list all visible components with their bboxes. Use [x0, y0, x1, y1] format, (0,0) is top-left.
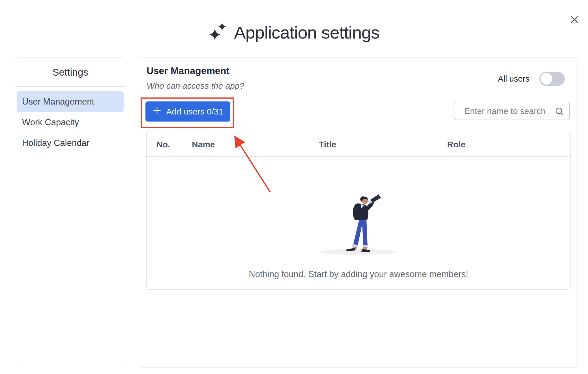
sidebar-item-holiday-calendar[interactable]: Holiday Calendar [17, 133, 124, 153]
person-with-spyglass-illustration [315, 192, 402, 256]
all-users-label: All users [498, 74, 529, 84]
sidebar-item-label: Holiday Calendar [22, 138, 89, 148]
all-users-toggle[interactable] [539, 72, 565, 86]
settings-sidebar: Settings User Management Work Capacity H… [15, 58, 126, 367]
sidebar-item-label: Work Capacity [22, 117, 79, 128]
plus-icon [153, 106, 162, 117]
sidebar-item-user-management[interactable]: User Management [17, 91, 124, 112]
add-users-button-label: Add users 0/31 [166, 107, 224, 116]
sidebar-item-label: User Management [22, 97, 94, 107]
dialog-header: Application settings [0, 22, 588, 43]
application-settings-dialog: Application settings Settings User Manag… [0, 0, 588, 374]
sidebar-item-work-capacity[interactable]: Work Capacity [17, 112, 124, 133]
user-management-panel: User Management Who can access the app? … [139, 58, 578, 368]
empty-state-message: Nothing found. Start by adding your awes… [147, 269, 570, 279]
users-table-header: No. Name Title Role [147, 132, 570, 157]
panel-subtitle: Who can access the app? [147, 81, 244, 91]
column-header-name: Name [192, 132, 215, 157]
column-header-role: Role [447, 132, 465, 157]
users-table: No. Name Title Role [146, 132, 571, 290]
search-box [454, 102, 570, 120]
sidebar-title: Settings [15, 58, 126, 87]
panel-heading: User Management [147, 65, 229, 76]
dialog-title: Application settings [234, 22, 379, 42]
column-header-no: No. [156, 132, 170, 157]
search-icon [555, 107, 565, 118]
all-users-control: All users [498, 72, 565, 86]
search-input[interactable] [454, 102, 569, 120]
sidebar-list: User Management Work Capacity Holiday Ca… [15, 87, 126, 158]
sparkles-icon [209, 22, 227, 43]
toggle-knob [540, 73, 552, 85]
add-users-button[interactable]: Add users 0/31 [145, 101, 230, 122]
column-header-title: Title [319, 132, 336, 157]
